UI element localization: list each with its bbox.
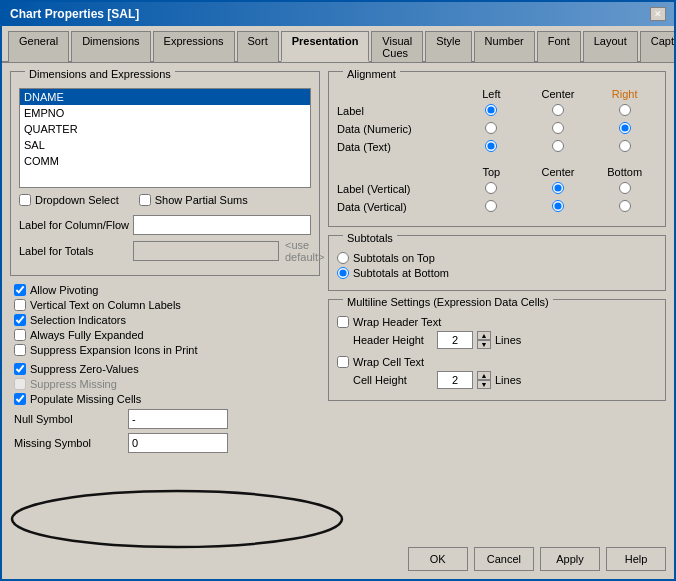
valign-col-center: Center: [526, 166, 591, 178]
header-height-down-button[interactable]: ▼: [477, 340, 491, 349]
vertical-text-checkbox[interactable]: [14, 299, 26, 311]
vdata-top-radio[interactable]: [485, 200, 497, 212]
wrap-header-label: Wrap Header Text: [353, 316, 441, 328]
tab-font[interactable]: Font: [537, 31, 581, 62]
subtotals-at-bottom-radio[interactable]: [337, 267, 349, 279]
always-expanded-checkbox[interactable]: [14, 329, 26, 341]
label-col-label: Label for Column/Flow: [19, 219, 129, 231]
subtotals-on-top-radio[interactable]: [337, 252, 349, 264]
tab-expressions[interactable]: Expressions: [153, 31, 235, 62]
numeric-right-radio[interactable]: [619, 122, 631, 134]
allow-pivoting-row: Allow Pivoting: [14, 284, 316, 296]
header-height-input[interactable]: [437, 331, 473, 349]
valign-data-label: Data (Vertical): [337, 201, 457, 213]
suppress-missing-checkbox[interactable]: [14, 378, 26, 390]
missing-symbol-input[interactable]: [128, 433, 228, 453]
label-col-row: Label for Column/Flow: [19, 215, 311, 235]
window-title: Chart Properties [SAL]: [10, 7, 139, 21]
header-lines-label: Lines: [495, 334, 521, 346]
cell-height-input[interactable]: [437, 371, 473, 389]
cell-height-up-button[interactable]: ▲: [477, 371, 491, 380]
suppress-expansion-label: Suppress Expansion Icons in Print: [30, 344, 198, 356]
cancel-button[interactable]: Cancel: [474, 547, 534, 571]
label-right-radio[interactable]: [619, 104, 631, 116]
selection-indicators-label: Selection Indicators: [30, 314, 126, 326]
suppress-expansion-checkbox[interactable]: [14, 344, 26, 356]
tab-presentation[interactable]: Presentation: [281, 31, 370, 62]
header-height-up-button[interactable]: ▲: [477, 331, 491, 340]
text-left-radio[interactable]: [485, 140, 497, 152]
wrap-cell-label: Wrap Cell Text: [353, 356, 424, 368]
label-center-radio[interactable]: [552, 104, 564, 116]
align-header-row: Left Center Right: [337, 88, 657, 100]
multiline-group: Multiline Settings (Expression Data Cell…: [328, 299, 666, 401]
label-col-input[interactable]: [133, 215, 311, 235]
selection-indicators-row: Selection Indicators: [14, 314, 316, 326]
vlabel-bottom-radio[interactable]: [619, 182, 631, 194]
vdata-bottom-radio[interactable]: [619, 200, 631, 212]
populate-missing-row: Populate Missing Cells: [14, 393, 316, 405]
suppress-missing-row: Suppress Missing: [14, 378, 316, 390]
show-partial-sums-checkbox[interactable]: [139, 194, 151, 206]
label-totals-placeholder: <use default>: [283, 239, 326, 263]
apply-button[interactable]: Apply: [540, 547, 600, 571]
wrap-header-checkbox[interactable]: [337, 316, 349, 328]
dimensions-group: Dimensions and Expressions DNAME EMPNO Q…: [10, 71, 320, 276]
vlabel-top-radio[interactable]: [485, 182, 497, 194]
null-symbol-input[interactable]: [128, 409, 228, 429]
ok-button[interactable]: OK: [408, 547, 468, 571]
tab-general[interactable]: General: [8, 31, 69, 62]
subtotals-on-top-label: Subtotals on Top: [353, 252, 435, 264]
null-missing-section: Null Symbol Missing Symbol: [14, 409, 316, 453]
label-totals-label: Label for Totals: [19, 245, 129, 257]
tab-layout[interactable]: Layout: [583, 31, 638, 62]
tab-style[interactable]: Style: [425, 31, 471, 62]
valign-data-row: Data (Vertical): [337, 200, 657, 214]
content-area: Dimensions and Expressions DNAME EMPNO Q…: [2, 63, 674, 550]
populate-missing-label: Populate Missing Cells: [30, 393, 141, 405]
dim-item-sal[interactable]: SAL: [20, 137, 310, 153]
text-right-radio[interactable]: [619, 140, 631, 152]
always-expanded-label: Always Fully Expanded: [30, 329, 144, 341]
subtotals-on-top-row: Subtotals on Top: [337, 252, 657, 264]
dim-item-comm[interactable]: COMM: [20, 153, 310, 169]
label-totals-input[interactable]: [133, 241, 279, 261]
main-window: Chart Properties [SAL] ✕ General Dimensi…: [0, 0, 676, 581]
align-data-text-row: Data (Text): [337, 140, 657, 154]
selection-indicators-checkbox[interactable]: [14, 314, 26, 326]
help-button[interactable]: Help: [606, 547, 666, 571]
numeric-center-radio[interactable]: [552, 122, 564, 134]
valign-label-row: Label (Vertical): [337, 182, 657, 196]
tab-sort[interactable]: Sort: [237, 31, 279, 62]
dropdown-select-label: Dropdown Select: [35, 194, 119, 206]
tab-number[interactable]: Number: [474, 31, 535, 62]
align-label-row: Label: [337, 104, 657, 118]
suppress-zero-checkbox[interactable]: [14, 363, 26, 375]
wrap-cell-row: Wrap Cell Text: [337, 356, 657, 368]
tab-visual-cues[interactable]: Visual Cues: [371, 31, 423, 62]
dim-list[interactable]: DNAME EMPNO QUARTER SAL COMM: [19, 88, 311, 188]
subtotals-at-bottom-label: Subtotals at Bottom: [353, 267, 449, 279]
wrap-cell-checkbox[interactable]: [337, 356, 349, 368]
title-bar-buttons: ✕: [650, 7, 666, 21]
numeric-left-radio[interactable]: [485, 122, 497, 134]
close-button[interactable]: ✕: [650, 7, 666, 21]
text-center-radio[interactable]: [552, 140, 564, 152]
allow-pivoting-checkbox[interactable]: [14, 284, 26, 296]
header-height-spinner: ▲ ▼: [477, 331, 491, 349]
tab-caption[interactable]: Caption: [640, 31, 676, 62]
dim-item-quarter[interactable]: QUARTER: [20, 121, 310, 137]
dim-item-empno[interactable]: EMPNO: [20, 105, 310, 121]
populate-missing-checkbox[interactable]: [14, 393, 26, 405]
tab-dimensions[interactable]: Dimensions: [71, 31, 150, 62]
label-left-radio[interactable]: [485, 104, 497, 116]
wrap-header-row: Wrap Header Text: [337, 316, 657, 328]
cell-height-down-button[interactable]: ▼: [477, 380, 491, 389]
align-data-numeric-row: Data (Numeric): [337, 122, 657, 136]
vdata-center-radio[interactable]: [552, 200, 564, 212]
subtotals-at-bottom-row: Subtotals at Bottom: [337, 267, 657, 279]
dropdown-select-checkbox[interactable]: [19, 194, 31, 206]
dim-item-dname[interactable]: DNAME: [20, 89, 310, 105]
options-section: Allow Pivoting Vertical Text on Column L…: [10, 284, 320, 453]
vlabel-center-radio[interactable]: [552, 182, 564, 194]
